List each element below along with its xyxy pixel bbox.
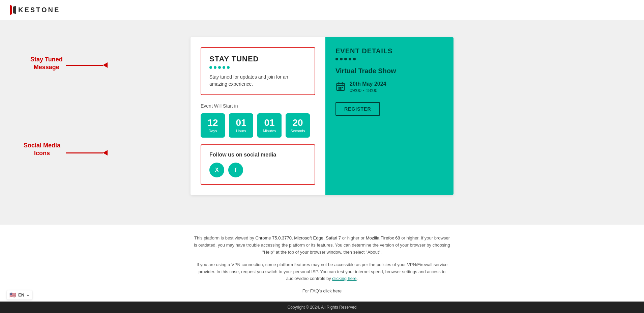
or-higher-text: or higher or (342, 235, 366, 240)
left-panel: STAY TUNED Stay tuned for updates and jo… (191, 37, 325, 195)
dot-1 (209, 66, 212, 69)
event-time: 09:00 - 18:00 (350, 88, 386, 93)
logo-icon (10, 5, 16, 15)
vpn-end: . (357, 276, 358, 281)
facebook-button[interactable]: f (228, 163, 243, 177)
minutes-number: 01 (264, 118, 274, 127)
logo-text: KESTONE (18, 6, 60, 14)
register-button[interactable]: REGISTER (335, 102, 380, 116)
countdown-hours: 01 Hours (229, 113, 253, 138)
click-here-link[interactable]: click here (323, 288, 342, 293)
main-card: STAY TUNED Stay tuned for updates and jo… (191, 37, 453, 195)
bottom-bar: Copyright © 2024. All Rights Reserved (0, 302, 644, 313)
minutes-unit: Minutes (263, 129, 276, 133)
edge-link[interactable]: Microsoft Edge (294, 235, 323, 240)
stay-tuned-box: STAY TUNED Stay tuned for updates and jo… (201, 47, 315, 95)
dot-4 (223, 66, 225, 69)
stay-tuned-title: STAY TUNED (209, 55, 306, 63)
dot-3 (218, 66, 221, 69)
stay-tuned-arrow-line (66, 65, 103, 66)
chevron-up-icon: ▲ (26, 293, 30, 297)
event-dots (335, 58, 443, 60)
svg-rect-6 (342, 87, 343, 88)
svg-rect-7 (339, 88, 340, 90)
hours-unit: Hours (236, 129, 246, 133)
countdown-label: Event Will Start in (201, 103, 315, 109)
firefox-link[interactable]: Mozilla Firefox 68 (366, 235, 400, 240)
stay-tuned-body: Stay tuned for updates and join for an a… (209, 74, 306, 88)
dot-5 (227, 66, 230, 69)
days-unit: Days (208, 129, 217, 133)
days-number: 12 (207, 118, 218, 127)
event-name: Virtual Trade Show (335, 67, 443, 75)
countdown-minutes: 01 Minutes (257, 113, 282, 138)
event-dot-4 (349, 58, 351, 60)
chrome-link[interactable]: Chrome 75.0.3770 (255, 235, 292, 240)
social-media-box: Follow us on social media X f (201, 144, 315, 185)
logo: KESTONE (10, 5, 60, 15)
language-code: EN (18, 292, 24, 297)
countdown-days: 12 Days (201, 113, 225, 138)
copyright-text: Copyright © 2024. All Rights Reserved (288, 305, 357, 310)
calendar-icon (335, 82, 346, 94)
event-dot-1 (335, 58, 338, 60)
vpn-notice-text: If you are using a VPN connection, some … (197, 262, 447, 281)
twitter-x-icon: X (215, 167, 219, 173)
event-date-row: 20th May 2024 09:00 - 18:00 (335, 81, 443, 94)
browser-notice-text: This platform is best viewed by (194, 235, 254, 240)
countdown-boxes: 12 Days 01 Hours 01 Minutes 20 Seconds (201, 113, 315, 138)
event-date-info: 20th May 2024 09:00 - 18:00 (350, 81, 386, 93)
dot-2 (214, 66, 216, 69)
social-media-annotation-label: Social MediaIcons (24, 142, 60, 158)
stay-tuned-dots (209, 66, 306, 69)
clicking-here-link[interactable]: clicking here (332, 276, 356, 281)
event-details-title: EVENT DETAILS (335, 47, 443, 55)
logo-bar-red (10, 5, 12, 15)
right-panel: EVENT DETAILS Virtual Trade Show (325, 37, 453, 195)
svg-rect-4 (339, 87, 340, 88)
event-date: 20th May 2024 (350, 81, 386, 87)
header: KESTONE (0, 0, 644, 20)
svg-rect-5 (340, 87, 342, 88)
social-title: Follow us on social media (209, 152, 306, 158)
safari-link[interactable]: Safari 7 (326, 235, 341, 240)
footer-info: This platform is best viewed by Chrome 7… (0, 225, 644, 302)
countdown-section: Event Will Start in 12 Days 01 Hours 01 … (201, 103, 315, 144)
faq-text: For FAQ's (302, 288, 323, 293)
faq-row: For FAQ's click here (7, 288, 637, 295)
logo-bar-dark (13, 6, 16, 14)
hours-number: 01 (236, 118, 246, 127)
social-media-arrow-head (103, 150, 108, 155)
browser-notice-paragraph: This platform is best viewed by Chrome 7… (194, 235, 450, 256)
social-media-arrow-line (66, 152, 103, 153)
event-dot-5 (353, 58, 356, 60)
stay-tuned-arrow-head (103, 62, 108, 68)
main-content: Stay TunedMessage Social MediaIcons STAY… (0, 20, 644, 225)
seconds-number: 20 (292, 118, 303, 127)
stay-tuned-annotation-label: Stay TunedMessage (30, 56, 63, 72)
flag-icon: 🇺🇸 (9, 292, 16, 298)
language-selector[interactable]: 🇺🇸 EN ▲ (7, 290, 32, 300)
facebook-icon: f (235, 167, 236, 173)
svg-rect-8 (340, 88, 342, 90)
event-dot-3 (344, 58, 347, 60)
seconds-unit: Seconds (291, 129, 305, 133)
countdown-seconds: 20 Seconds (286, 113, 310, 138)
event-dot-2 (340, 58, 343, 60)
vpn-notice-paragraph: If you are using a VPN connection, some … (194, 261, 450, 282)
twitter-x-button[interactable]: X (209, 163, 224, 177)
social-icons-row: X f (209, 163, 306, 177)
